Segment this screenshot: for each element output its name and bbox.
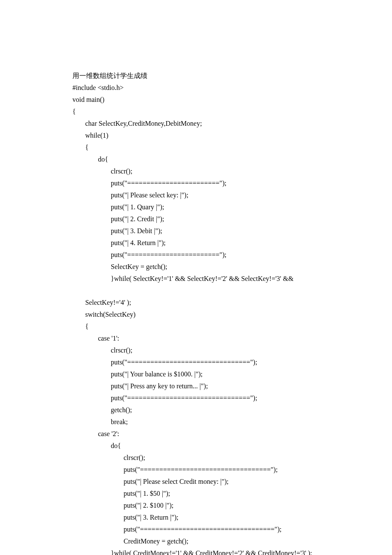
code-line: puts("| 1. Quary |"); [72,201,320,213]
code-line: }while( SelectKey!='1' && SelectKey!='2'… [72,273,320,285]
code-line: do{ [72,153,320,165]
code-line: }while( CreditMoney!='1' && CreditMoney!… [72,547,320,555]
code-line: puts("| 4. Return |"); [72,237,320,249]
code-line: { [72,142,320,153]
code-line: clrscr(); [72,452,320,464]
code-line: puts("| 2. Credit |"); [72,213,320,225]
code-line: puts("========================"); [72,249,320,261]
code-line: puts("================================")… [72,392,320,404]
document-page: 用一维数组统计学生成绩#include <stdio.h>void main()… [0,0,392,555]
code-block: 用一维数组统计学生成绩#include <stdio.h>void main()… [72,70,320,555]
code-line: break; [72,416,320,428]
code-line: clrscr(); [72,165,320,177]
code-line: puts("| Please select key: |"); [72,189,320,201]
code-line: puts("| 1. $50 |"); [72,488,320,500]
code-line: puts("========================"); [72,177,320,189]
code-line: puts("| 2. $100 |"); [72,500,320,512]
code-line: while(1) [72,130,320,142]
code-line [72,285,320,297]
code-line: puts("| Press any key to return... |"); [72,380,320,392]
code-line: puts("| Your balance is $1000. |"); [72,368,320,380]
code-line: void main() [72,94,320,106]
code-line: clrscr(); [72,344,320,356]
code-line: do{ [72,440,320,452]
code-line: switch(SelectKey) [72,309,320,321]
code-line: 用一维数组统计学生成绩 [72,70,320,82]
code-line: puts("| 3. Return |"); [72,512,320,523]
code-line: puts("==================================… [72,523,320,535]
code-line: puts("================================")… [72,356,320,368]
code-line: getch(); [72,404,320,416]
code-line: puts("==================================… [72,464,320,476]
code-line: puts("| 3. Debit |"); [72,225,320,237]
code-line: SelectKey = getch(); [72,261,320,273]
code-line: case '1': [72,332,320,344]
code-line: { [72,106,320,118]
code-line: SelectKey!='4' ); [72,297,320,309]
code-line: char SelectKey,CreditMoney,DebitMoney; [72,118,320,130]
code-line: case '2': [72,428,320,440]
code-line: puts("| Please select Credit money: |"); [72,476,320,488]
code-line: CreditMoney = getch(); [72,535,320,547]
code-line: #include <stdio.h> [72,82,320,94]
code-line: { [72,321,320,332]
